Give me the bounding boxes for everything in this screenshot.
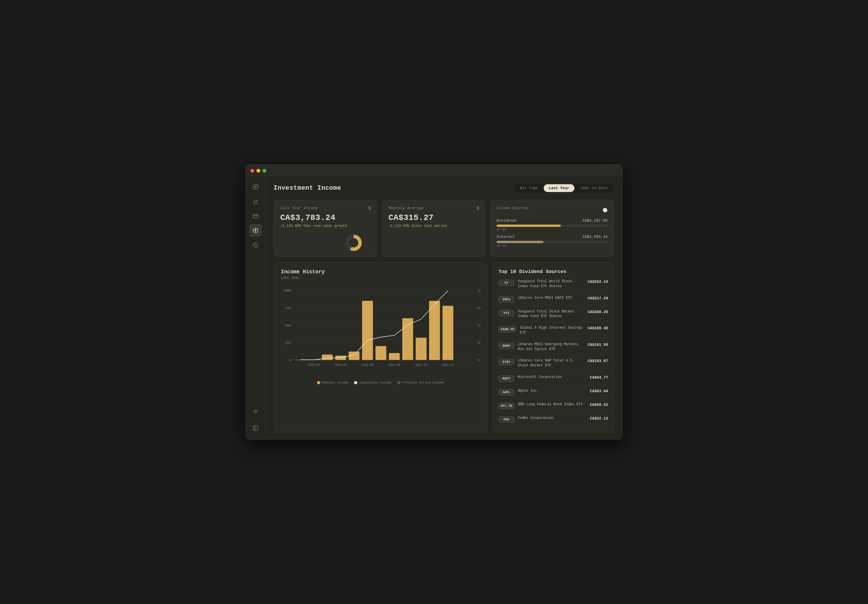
- svg-rect-1: [253, 214, 258, 218]
- dividends-pct: 57.8%: [497, 228, 608, 231]
- sidebar-item-income[interactable]: [249, 224, 262, 237]
- dividend-info: FedEx Corporation: [518, 416, 587, 421]
- dividend-info: BMO Long Federal Bond Index ETF: [518, 402, 587, 407]
- page-title: Investment Income: [274, 184, 341, 192]
- svg-text:2023-04: 2023-04: [335, 364, 347, 367]
- dividend-name: Vanguard Total Stock Market Index Fund E…: [518, 309, 584, 319]
- dividend-row: VT Vanguard Total World Stock Index Fund…: [498, 279, 608, 292]
- ticker-badge: ITOT: [498, 359, 515, 365]
- legend-previous-label: Previous Period Income: [402, 381, 444, 384]
- dividend-name: Microsoft Corporation: [518, 375, 587, 380]
- dividend-name: FedEx Corporation: [518, 416, 587, 421]
- dividend-info: Global X High Interest Savings ETF: [520, 325, 584, 335]
- dividend-name: Vanguard Total World Stock Index Fund ET…: [518, 279, 584, 289]
- chart-area: 1000 750 500 250 0 3800 2850 1900 950 0: [281, 285, 480, 378]
- filter-all-time[interactable]: All Time: [515, 184, 543, 192]
- svg-text:3800: 3800: [477, 289, 480, 293]
- ticker-badge: AAPL: [498, 389, 515, 395]
- filter-last-year[interactable]: Last Year: [544, 184, 574, 192]
- dividend-name: Global X High Interest Savings ETF: [520, 325, 584, 335]
- svg-rect-6: [253, 426, 258, 431]
- svg-text:950: 950: [477, 341, 480, 345]
- bottom-section: Income History Last Year 1000 75: [274, 262, 614, 432]
- minimize-button[interactable]: [256, 169, 260, 173]
- sidebar-item-settings[interactable]: [249, 405, 262, 418]
- sidebar-item-accounts[interactable]: [249, 209, 262, 222]
- interest-label: Interest: [497, 235, 515, 239]
- sidebar-item-history[interactable]: [249, 239, 262, 251]
- svg-text:1900: 1900: [477, 324, 480, 327]
- income-sources-card: Income Sources 🕐 Dividends CA$2,187.80 5…: [490, 200, 614, 257]
- ticker-badge: EEMV: [498, 342, 515, 349]
- dividends-row: Dividends CA$2,187.80 57.8%: [497, 218, 608, 231]
- dividend-amount: CA$189.40: [588, 326, 608, 330]
- last-year-label: Last Year Income: [280, 206, 370, 210]
- filter-ytd[interactable]: Year to Date: [575, 184, 613, 192]
- ticker-badge: ZFL.TO: [498, 403, 515, 409]
- dividend-row: ITOT iShares Core S&P Total U.S. Stock M…: [498, 358, 608, 371]
- ticker-badge: IEFA: [498, 296, 515, 303]
- svg-text:2023-02: 2023-02: [308, 364, 320, 367]
- legend-cumulative: Cumulative Income: [354, 381, 391, 384]
- titlebar: [246, 165, 622, 176]
- svg-text:750: 750: [285, 307, 291, 310]
- dividend-amount: CA$552.16: [588, 280, 608, 284]
- svg-text:500: 500: [285, 324, 291, 327]
- ticker-badge: VTI: [498, 310, 515, 316]
- dividend-amount: CA$388.20: [588, 310, 608, 314]
- svg-text:0: 0: [477, 359, 479, 362]
- interest-pct: 42.2%: [497, 244, 608, 248]
- svg-rect-32: [389, 353, 400, 360]
- mini-pie-chart: [345, 234, 362, 251]
- dividend-info: iShares Core MSCI EAFE ETF: [518, 296, 584, 300]
- time-filter-group: All Time Last Year Year to Date: [513, 183, 614, 194]
- interest-amount: CA$1,595.44: [583, 235, 608, 239]
- last-year-growth: ↑1,124.50% Year-over-year growth: [280, 224, 370, 228]
- close-button[interactable]: [250, 169, 254, 173]
- dividends-bar: [497, 225, 561, 227]
- dividend-row: IEFA iShares Core MSCI EAFE ETF CA$517.2…: [498, 296, 608, 306]
- svg-rect-34: [416, 338, 426, 360]
- dividend-name: Apple Inc.: [518, 389, 587, 393]
- maximize-button[interactable]: [262, 169, 266, 173]
- dividend-amount: CA$22.12: [590, 416, 608, 421]
- legend-monthly: Monthly Income: [317, 381, 349, 384]
- dividend-row: EEMV iShares MSCI Emerging Markets Min V…: [498, 342, 608, 355]
- dividend-amount: CA$58.52: [590, 403, 608, 407]
- dividend-info: Microsoft Corporation: [518, 375, 587, 380]
- dividends-amount: CA$2,187.80: [583, 218, 608, 223]
- monthly-avg-card: Monthly Average $ CA$315.27 ↑1,124.50% S…: [382, 200, 485, 257]
- last-year-value: CA$3,783.24: [280, 213, 370, 222]
- dividend-row: MSFT Microsoft Corporation CA$84.77: [498, 375, 608, 385]
- legend-previous-icon: [397, 381, 400, 384]
- svg-text:2023-12: 2023-12: [442, 364, 454, 367]
- last-year-income-card: Last Year Income $ CA$3,783.24 ↑1,124.50…: [274, 200, 377, 257]
- dividends-label: Dividends: [497, 218, 517, 223]
- legend-monthly-icon: [317, 381, 320, 384]
- monthly-avg-growth: ↑1,124.50% Since last period: [389, 224, 479, 228]
- sidebar-collapse-button[interactable]: [249, 422, 262, 435]
- dividend-row: VTI Vanguard Total Stock Market Index Fu…: [498, 309, 608, 322]
- svg-rect-36: [442, 306, 453, 360]
- chart-legend: Monthly Income Cumulative Income Previou…: [281, 381, 480, 384]
- dividend-name: iShares MSCI Emerging Markets Min Vol Fa…: [518, 342, 584, 352]
- stats-row: Last Year Income $ CA$3,783.24 ↑1,124.50…: [274, 200, 614, 257]
- income-history-card: Income History Last Year 1000 75: [274, 262, 488, 432]
- monthly-avg-value: CA$315.27: [389, 213, 479, 222]
- sidebar-item-logo[interactable]: [249, 180, 262, 193]
- dividend-amount: CA$63.04: [590, 389, 608, 393]
- sidebar-item-chart[interactable]: [249, 195, 262, 208]
- ticker-badge: FDX: [498, 416, 515, 423]
- svg-text:2023-06: 2023-06: [361, 364, 374, 367]
- dividend-info: Vanguard Total Stock Market Index Fund E…: [518, 309, 584, 319]
- ticker-badge: CASH.TO: [498, 326, 516, 333]
- chart-subtitle: Last Year: [281, 276, 480, 280]
- dollar-icon-2: $: [476, 206, 479, 211]
- dividend-info: iShares MSCI Emerging Markets Min Vol Fa…: [518, 342, 584, 352]
- dividend-row: ZFL.TO BMO Long Federal Bond Index ETF C…: [498, 402, 608, 412]
- dividend-row: FDX FedEx Corporation CA$22.12: [498, 416, 608, 426]
- page-header: Investment Income All Time Last Year Yea…: [274, 183, 614, 194]
- income-sources-title: Income Sources: [497, 206, 528, 210]
- svg-text:2023-10: 2023-10: [415, 364, 427, 367]
- dividend-info: iShares Core S&P Total U.S. Stock Market…: [518, 358, 584, 368]
